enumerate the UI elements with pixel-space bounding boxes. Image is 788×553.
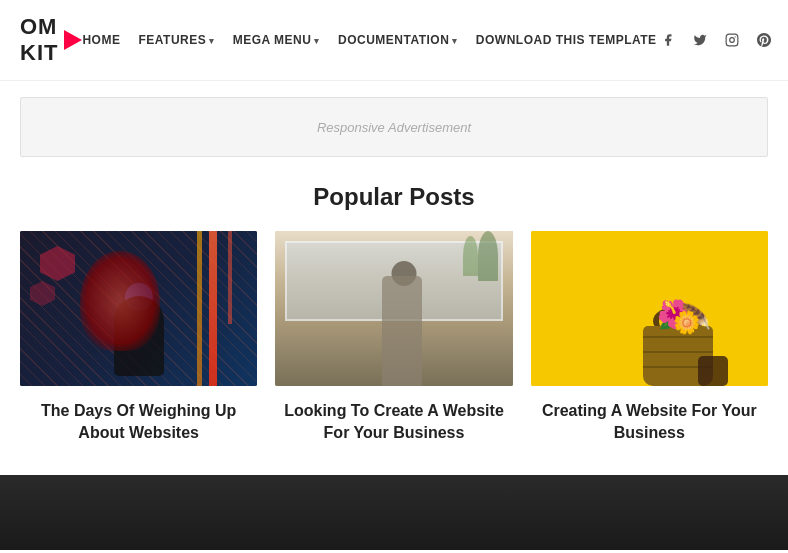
bar-deco-3: [228, 231, 232, 324]
posts-grid: The Days Of Weighing Up About Websites L…: [20, 231, 768, 445]
plant-deco-1: [478, 231, 498, 281]
logo-play-icon: [64, 30, 82, 50]
bar-deco-1: [209, 231, 217, 386]
facebook-icon[interactable]: [657, 29, 679, 51]
flower-yellow-deco: 🌼: [673, 310, 700, 336]
figure-body-deco: [114, 296, 164, 376]
popular-posts-section: Popular Posts The Days Of Weighing Up Ab…: [0, 173, 788, 475]
dark-footer-section: [0, 475, 788, 550]
logo-text: OM KIT: [20, 14, 58, 66]
hand-deco: [698, 356, 728, 386]
nav-download[interactable]: DOWNLOAD THIS TEMPLATE: [476, 33, 657, 47]
features-arrow-icon: ▾: [209, 36, 215, 46]
svg-point-1: [729, 38, 734, 43]
post-card-2[interactable]: Looking To Create A Website For Your Bus…: [275, 231, 512, 445]
post-image-3: 🌺 🪶 🌼: [531, 231, 768, 386]
post-card-1[interactable]: The Days Of Weighing Up About Websites: [20, 231, 257, 445]
ad-text: Responsive Advertisement: [317, 120, 471, 135]
bar-deco-2: [197, 231, 202, 386]
post-image-1: [20, 231, 257, 386]
svg-point-2: [734, 36, 735, 37]
nav-features[interactable]: FEATURES▾: [138, 33, 214, 47]
post-title-3: Creating A Website For Your Business: [531, 400, 768, 445]
nav-documentation[interactable]: DOCUMENTATION▾: [338, 33, 458, 47]
post-card-3[interactable]: 🌺 🪶 🌼 Creating A Website For Your Busine…: [531, 231, 768, 445]
section-title: Popular Posts: [20, 183, 768, 211]
nav-home[interactable]: HOME: [82, 33, 120, 47]
figure-head-deco: [125, 283, 153, 311]
post-image-2: [275, 231, 512, 386]
documentation-arrow-icon: ▾: [452, 36, 458, 46]
pinterest-icon[interactable]: [753, 29, 775, 51]
weave-1: [643, 336, 713, 338]
main-nav: HOME FEATURES▾ MEGA MENU▾ DOCUMENTATION▾…: [82, 33, 656, 47]
post-title-1: The Days Of Weighing Up About Websites: [20, 400, 257, 445]
site-logo[interactable]: OM KIT: [20, 14, 82, 66]
post-title-2: Looking To Create A Website For Your Bus…: [275, 400, 512, 445]
social-icons-group: [657, 29, 775, 51]
ad-banner: Responsive Advertisement: [20, 97, 768, 157]
weave-2: [643, 351, 713, 353]
instagram-icon[interactable]: [721, 29, 743, 51]
twitter-icon[interactable]: [689, 29, 711, 51]
nav-mega-menu[interactable]: MEGA MENU▾: [233, 33, 320, 47]
plant-deco-2: [463, 236, 478, 276]
mega-menu-arrow-icon: ▾: [314, 36, 320, 46]
site-header: OM KIT HOME FEATURES▾ MEGA MENU▾ DOCUMEN…: [0, 0, 788, 81]
svg-rect-0: [726, 34, 738, 46]
workspace-figure-deco: [382, 276, 422, 386]
